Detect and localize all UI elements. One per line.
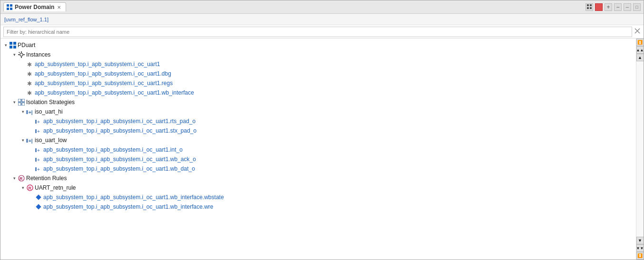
svg-rect-9	[13, 42, 16, 45]
title-left: Power Domain ✕	[3, 2, 66, 11]
svg-rect-38	[35, 167, 37, 171]
port-icon: +	[35, 146, 42, 154]
svg-rect-15	[18, 54, 20, 55]
grid2-icon	[587, 4, 592, 10]
signal-icon	[35, 203, 42, 211]
svg-rect-7	[590, 7, 592, 9]
tree-label: Retention Rules	[26, 175, 67, 182]
breadcrumb-text: [uvm_ref_flow_1.1]	[4, 17, 49, 22]
svg-rect-22	[18, 99, 21, 102]
view-button[interactable]	[585, 3, 593, 11]
add-button[interactable]: +	[605, 3, 612, 11]
filter-input[interactable]	[3, 27, 632, 37]
svg-text:+: +	[37, 157, 40, 163]
tree-arrow[interactable]: ▾	[20, 109, 26, 114]
svg-rect-23	[22, 99, 25, 102]
tree-label: PDuart	[18, 42, 35, 48]
svg-text:R: R	[29, 186, 32, 191]
tree-item-iso_low_2[interactable]: + apb_subsystem_top.i_apb_subsystem.i_oc…	[0, 154, 636, 164]
tree-item-iso_hi_1[interactable]: + apb_subsystem_top.i_apb_subsystem.i_oc…	[0, 116, 636, 126]
tree-arrow[interactable]: ▾	[2, 43, 9, 48]
svg-rect-45	[36, 204, 41, 209]
svg-rect-25	[22, 103, 25, 106]
tree-item-inst3[interactable]: ✱ apb_subsystem_top.i_apb_subsystem.i_oc…	[0, 78, 636, 88]
tree-arrow[interactable]: ▾	[20, 185, 26, 190]
content-area: ▾ PDuart▾ Instances ✱ apb_subsystem_top.…	[0, 39, 644, 260]
instance-icon: ✱	[26, 89, 34, 96]
svg-text:+: +	[37, 167, 40, 172]
tab-title: Power Domain	[15, 4, 54, 10]
tree-label: apb_subsystem_top.i_apb_subsystem.i_oc_u…	[35, 61, 160, 67]
instance-icon: ✱	[26, 79, 34, 87]
svg-rect-13	[21, 51, 22, 53]
tree-item-iso_uart_low[interactable]: ▾ +| iso_uart_low	[0, 135, 636, 145]
scroll-up-fast-button[interactable]: ▲▲	[636, 46, 644, 54]
tree-label: apb_subsystem_top.i_apb_subsystem.i_oc_u…	[43, 146, 183, 153]
instance-icon: ✱	[26, 60, 34, 68]
isolation-strategies-icon	[18, 98, 25, 106]
scroll-down-fast-button[interactable]: ▼▼	[636, 244, 644, 252]
stop-button[interactable]	[595, 3, 603, 11]
tree-item-pduart[interactable]: ▾ PDuart	[0, 40, 636, 50]
gear-icon	[18, 51, 25, 58]
port-icon: +	[35, 127, 42, 135]
tree-item-retn_2[interactable]: apb_subsystem_top.i_apb_subsystem.i_oc_u…	[0, 202, 636, 212]
svg-rect-11	[13, 46, 16, 48]
tree-item-instances[interactable]: ▾ Instances	[0, 50, 636, 59]
scroll-down-button[interactable]: ▼	[636, 237, 644, 244]
svg-rect-10	[10, 46, 12, 48]
iso-strategy-icon: +|	[26, 108, 34, 116]
tree-item-retn_1[interactable]: apb_subsystem_top.i_apb_subsystem.i_oc_u…	[0, 193, 636, 202]
svg-rect-36	[35, 158, 37, 162]
tree-item-ret_rules[interactable]: ▾ R Retention Rules	[0, 173, 636, 183]
tree-label: iso_uart_low	[35, 137, 67, 144]
tree-arrow[interactable]: ▾	[11, 100, 18, 105]
retention-rules-icon: R	[18, 174, 25, 182]
svg-rect-0	[7, 4, 9, 7]
scroll-bottom-button[interactable]: ⏬	[636, 252, 644, 260]
tab-close-button[interactable]: ✕	[56, 5, 62, 10]
svg-text:✱: ✱	[27, 61, 32, 67]
tree-arrow[interactable]: ▾	[11, 52, 18, 57]
tree-item-iso_strat[interactable]: ▾ Isolation Strategies	[0, 97, 636, 107]
tree-item-inst1[interactable]: ✱ apb_subsystem_top.i_apb_subsystem.i_oc…	[0, 59, 636, 69]
tree-panel[interactable]: ▾ PDuart▾ Instances ✱ apb_subsystem_top.…	[0, 39, 636, 260]
tree-item-iso_uart_hi[interactable]: ▾ +| iso_uart_hi	[0, 107, 636, 116]
tree-item-inst2[interactable]: ✱ apb_subsystem_top.i_apb_subsystem.i_oc…	[0, 69, 636, 78]
tree-item-iso_hi_2[interactable]: + apb_subsystem_top.i_apb_subsystem.i_oc…	[0, 126, 636, 135]
svg-point-12	[20, 53, 23, 56]
title-tab[interactable]: Power Domain ✕	[3, 2, 66, 11]
tree-label: apb_subsystem_top.i_apb_subsystem.i_oc_u…	[35, 70, 171, 77]
svg-text:✱: ✱	[27, 80, 32, 87]
clear-icon	[634, 28, 641, 34]
scroll-top-button[interactable]: ⏫	[636, 39, 644, 46]
svg-rect-28	[35, 120, 37, 124]
scroll-up-button[interactable]: ▲	[636, 54, 644, 61]
tree-label: Instances	[26, 51, 50, 58]
tree-item-iso_low_1[interactable]: + apb_subsystem_top.i_apb_subsystem.i_oc…	[0, 145, 636, 154]
svg-rect-24	[18, 103, 21, 106]
svg-text:+: +	[37, 148, 40, 153]
tree-item-inst4[interactable]: ✱ apb_subsystem_top.i_apb_subsystem.i_oc…	[0, 88, 636, 97]
tree-item-uart_retn[interactable]: ▾ R UART_retn_rule	[0, 183, 636, 193]
tree-label: UART_retn_rule	[35, 184, 76, 191]
remove-button[interactable]: −	[614, 3, 622, 11]
title-bar: Power Domain ✕ + − ─ □	[0, 0, 644, 14]
filter-clear-button[interactable]	[634, 28, 641, 36]
minimize-button[interactable]: ─	[624, 3, 631, 11]
svg-text:✱: ✱	[27, 71, 32, 77]
maximize-button[interactable]: □	[633, 3, 641, 11]
svg-text:R: R	[20, 176, 23, 181]
svg-rect-5	[590, 4, 592, 6]
svg-rect-3	[10, 8, 12, 10]
tree-arrow[interactable]: ▾	[20, 138, 26, 143]
port-icon: +	[35, 155, 42, 163]
tree-label: apb_subsystem_top.i_apb_subsystem.i_oc_u…	[43, 156, 196, 163]
tree-item-iso_low_3[interactable]: + apb_subsystem_top.i_apb_subsystem.i_oc…	[0, 164, 636, 173]
tree-label: apb_subsystem_top.i_apb_subsystem.i_oc_u…	[43, 118, 195, 125]
tree-label: apb_subsystem_top.i_apb_subsystem.i_oc_u…	[43, 194, 224, 201]
svg-rect-16	[23, 54, 25, 55]
scrollbar-right: ⏫ ▲▲ ▲ ▼ ▼▼ ⏬	[636, 39, 644, 260]
tree-arrow[interactable]: ▾	[11, 176, 18, 181]
svg-text:+|: +|	[29, 138, 33, 144]
